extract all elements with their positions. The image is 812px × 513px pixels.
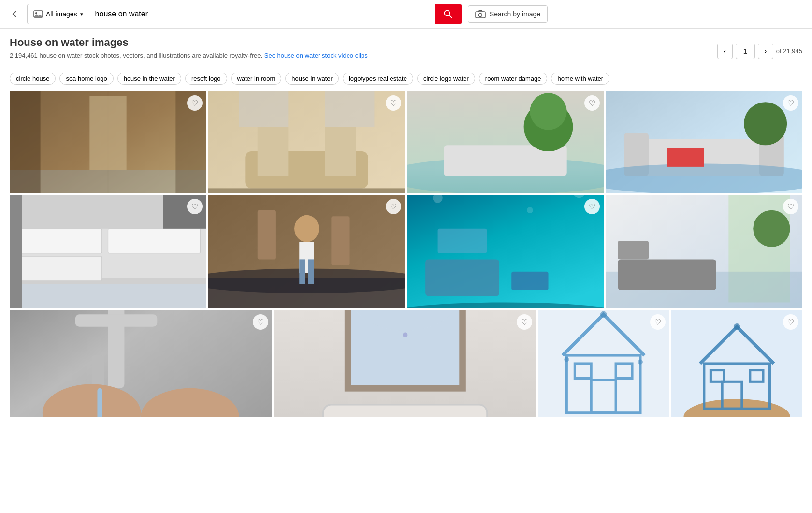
image-thumbnail <box>538 310 669 417</box>
svg-point-1 <box>35 12 37 14</box>
svg-rect-59 <box>618 259 716 290</box>
svg-rect-73 <box>323 405 487 417</box>
heart-icon: ♡ <box>787 99 794 108</box>
list-item[interactable]: ♡ <box>606 91 802 193</box>
filter-tag-logotypes-real-estate[interactable]: logotypes real estate <box>343 73 413 85</box>
back-button[interactable] <box>8 7 21 21</box>
svg-rect-33 <box>16 229 102 253</box>
svg-point-61 <box>753 210 790 247</box>
heart-icon: ♡ <box>390 99 397 108</box>
list-item[interactable]: ♡ <box>208 91 405 193</box>
favorite-button[interactable]: ♡ <box>783 95 798 111</box>
heart-icon: ♡ <box>521 318 528 327</box>
filter-tag-circle-logo-water[interactable]: circle logo water <box>417 73 475 85</box>
favorite-button[interactable]: ♡ <box>783 199 798 214</box>
list-item[interactable]: ♡ <box>10 310 272 417</box>
filter-tag-water-in-room[interactable]: water in room <box>231 73 282 85</box>
svg-rect-68 <box>97 388 102 417</box>
search-type-button[interactable]: All images ▾ <box>28 6 89 22</box>
image-thumbnail <box>606 91 802 193</box>
search-by-image-button[interactable]: Search by image <box>468 5 548 23</box>
camera-icon <box>475 10 486 18</box>
svg-point-23 <box>530 93 566 130</box>
favorite-button[interactable]: ♡ <box>253 314 268 330</box>
filter-tag-resoft-logo[interactable]: resoft logo <box>185 73 227 85</box>
image-thumbnail <box>10 195 206 308</box>
list-item[interactable]: ♡ <box>407 195 604 308</box>
subtitle: 2,194,461 house on water stock photos, v… <box>10 52 368 59</box>
svg-point-81 <box>600 311 607 318</box>
title-subtitle-area: House on water images 2,194,461 house on… <box>10 36 368 66</box>
back-icon <box>12 10 17 18</box>
favorite-button[interactable]: ♡ <box>386 199 401 214</box>
image-thumbnail <box>208 91 405 193</box>
filter-tag-sea-home-logo[interactable]: sea home logo <box>59 73 113 85</box>
search-submit-button[interactable] <box>435 4 462 24</box>
svg-rect-30 <box>667 148 704 167</box>
svg-rect-46 <box>258 210 276 260</box>
list-item[interactable]: ♡ <box>606 195 802 308</box>
list-item[interactable]: ♡ <box>538 310 669 417</box>
favorite-button[interactable]: ♡ <box>187 95 203 111</box>
svg-rect-17 <box>325 91 375 127</box>
image-thumbnail <box>671 310 802 417</box>
list-item[interactable]: ♡ <box>10 91 206 193</box>
svg-point-50 <box>527 207 533 213</box>
svg-rect-9 <box>10 91 41 193</box>
image-thumbnail <box>10 91 206 193</box>
next-page-button[interactable]: › <box>758 44 773 59</box>
heart-icon: ♡ <box>191 99 198 108</box>
svg-line-3 <box>450 15 452 18</box>
favorite-button[interactable]: ♡ <box>584 95 600 111</box>
page-title: House on water images <box>10 36 368 49</box>
heart-icon: ♡ <box>589 99 595 108</box>
svg-rect-16 <box>239 91 289 127</box>
svg-rect-52 <box>425 259 499 296</box>
svg-rect-76 <box>538 310 669 417</box>
heart-icon: ♡ <box>654 318 661 327</box>
svg-point-42 <box>294 215 319 242</box>
image-grid-row2: ♡ <box>10 195 802 308</box>
image-type-icon <box>33 10 43 18</box>
filter-tag-circle-house[interactable]: circle house <box>10 73 56 85</box>
list-item[interactable]: ♡ <box>407 91 604 193</box>
prev-page-button[interactable]: ‹ <box>717 44 733 59</box>
heart-icon: ♡ <box>257 318 264 327</box>
filter-tag-room-water-damage[interactable]: room water damage <box>479 73 548 85</box>
favorite-button[interactable]: ♡ <box>187 199 203 214</box>
search-type-label: All images <box>46 10 77 18</box>
pagination: ‹ 1 › of 21,945 <box>717 44 802 59</box>
svg-point-28 <box>606 164 802 193</box>
svg-rect-47 <box>331 216 349 265</box>
svg-rect-45 <box>308 259 314 284</box>
image-thumbnail <box>606 195 802 308</box>
svg-point-75 <box>403 333 407 337</box>
search-input[interactable] <box>89 6 435 22</box>
subtitle-link[interactable]: See house on water stock video clips <box>264 52 368 59</box>
list-item[interactable]: ♡ <box>274 310 536 417</box>
search-icon <box>443 9 453 19</box>
svg-point-91 <box>734 323 740 330</box>
svg-rect-35 <box>16 256 102 281</box>
favorite-button[interactable]: ♡ <box>783 314 798 330</box>
filter-tag-home-with-water[interactable]: home with water <box>551 73 609 85</box>
svg-rect-18 <box>208 188 405 193</box>
image-thumbnail <box>10 310 272 417</box>
favorite-button[interactable]: ♡ <box>650 314 666 330</box>
favorite-button[interactable]: ♡ <box>584 199 600 214</box>
favorite-button[interactable]: ♡ <box>386 95 401 111</box>
svg-rect-54 <box>438 229 487 253</box>
list-item[interactable]: ♡ <box>208 195 405 308</box>
list-item[interactable]: ♡ <box>10 195 206 308</box>
total-pages: of 21,945 <box>776 47 802 55</box>
filter-tag-house-in-water[interactable]: house in water <box>285 73 339 85</box>
svg-rect-64 <box>75 314 158 326</box>
list-item[interactable]: ♡ <box>671 310 802 417</box>
image-thumbnail <box>274 310 536 417</box>
header: All images ▾ Search by image <box>0 0 812 29</box>
svg-rect-37 <box>10 195 22 308</box>
heart-icon: ♡ <box>787 318 794 327</box>
heart-icon: ♡ <box>787 202 794 211</box>
filter-tags: circle housesea home logohouse in the wa… <box>10 73 802 85</box>
filter-tag-house-in-the-water[interactable]: house in the water <box>117 73 181 85</box>
